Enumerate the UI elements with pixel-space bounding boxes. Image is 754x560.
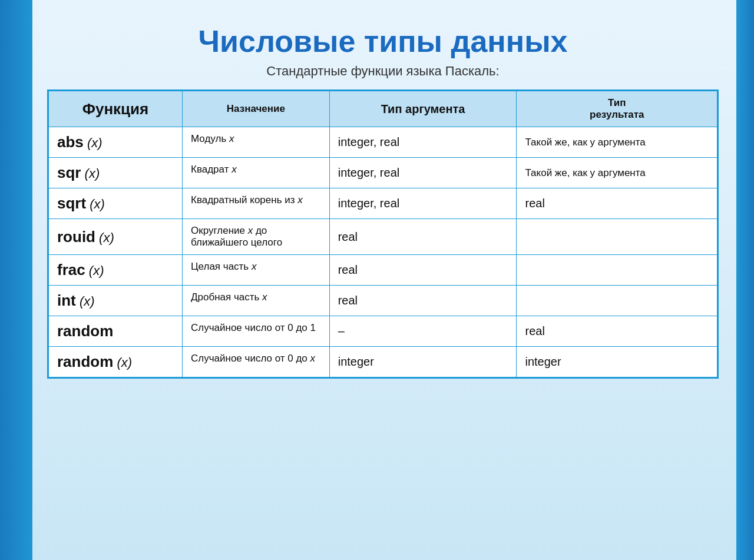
function-arg: (x) [86,197,105,211]
cell-description: Дробная часть x [183,286,330,316]
cell-description: Целая часть x [183,255,330,286]
header-function: Функция [49,91,183,127]
cell-arg-type: – [329,316,517,347]
page-title: Числовые типы данных [198,24,567,59]
cell-result-type: real [517,188,717,219]
function-arg: (x) [95,230,114,245]
header-description: Назначение [183,91,330,127]
table-row: random (x)Случайное число от 0 до xinteg… [49,347,717,377]
cell-function: int (x) [49,286,183,316]
cell-description: Округление x до ближайшего целого [183,219,330,255]
cell-description: Квадратный корень из x [183,188,330,219]
cell-function: rouid (x) [49,219,183,255]
cell-result-type [517,219,717,255]
cell-result-type: real [517,316,717,347]
cell-result-type [517,255,717,286]
function-name: int [57,291,76,309]
function-arg: (x) [113,355,132,370]
cell-function: abs (x) [49,127,183,158]
cell-description: Модуль x [183,127,330,158]
cell-result-type: Такой же, как у аргумента [517,127,717,158]
cell-arg-type: real [329,255,517,286]
cell-function: frac (x) [49,255,183,286]
table-header-row: Функция Назначение Тип аргумента Типрезу… [49,91,717,127]
table-row: frac (x)Целая часть xreal [49,255,717,286]
cell-result-type: integer [517,347,717,377]
table-row: int (x)Дробная часть xreal [49,286,717,316]
function-name: random [57,322,113,340]
function-arg: (x) [84,135,102,150]
cell-result-type [517,286,717,316]
cell-description: Случайное число от 0 до x [183,347,330,377]
header-arg-type: Тип аргумента [329,91,517,127]
function-name: sqr [57,164,81,181]
cell-function: random (x) [49,347,183,377]
function-name: frac [57,261,85,279]
cell-arg-type: integer, real [329,188,517,219]
cell-function: random [49,316,183,347]
cell-function: sqrt (x) [49,188,183,219]
function-arg: (x) [85,263,104,278]
cell-arg-type: real [329,219,517,255]
cell-result-type: Такой же, как у аргумента [517,158,717,188]
cell-function: sqr (x) [49,158,183,188]
main-table-wrapper: Функция Назначение Тип аргумента Типрезу… [47,90,719,379]
table-row: rouid (x)Округление x до ближайшего цело… [49,219,717,255]
subtitle: Стандартные функции языка Паскаль: [266,64,499,79]
table-row: sqr (x)Квадрат xinteger, realТакой же, к… [49,158,717,188]
function-name: sqrt [57,194,86,212]
function-name: abs [57,133,84,151]
function-name: rouid [57,228,95,246]
table-row: sqrt (x)Квадратный корень из xinteger, r… [49,188,717,219]
cell-arg-type: integer [329,347,517,377]
cell-description: Случайное число от 0 до 1 [183,316,330,347]
table-row: random Случайное число от 0 до 1–real [49,316,717,347]
cell-arg-type: real [329,286,517,316]
cell-arg-type: integer, real [329,158,517,188]
cell-description: Квадрат x [183,158,330,188]
cell-arg-type: integer, real [329,127,517,158]
header-result-type: Типрезультата [517,91,717,127]
functions-table: Функция Назначение Тип аргумента Типрезу… [48,91,717,377]
function-arg: (x) [76,294,95,309]
table-row: abs (x)Модуль xinteger, realТакой же, ка… [49,127,717,158]
function-name: random [57,353,113,370]
function-arg: (x) [81,166,100,181]
